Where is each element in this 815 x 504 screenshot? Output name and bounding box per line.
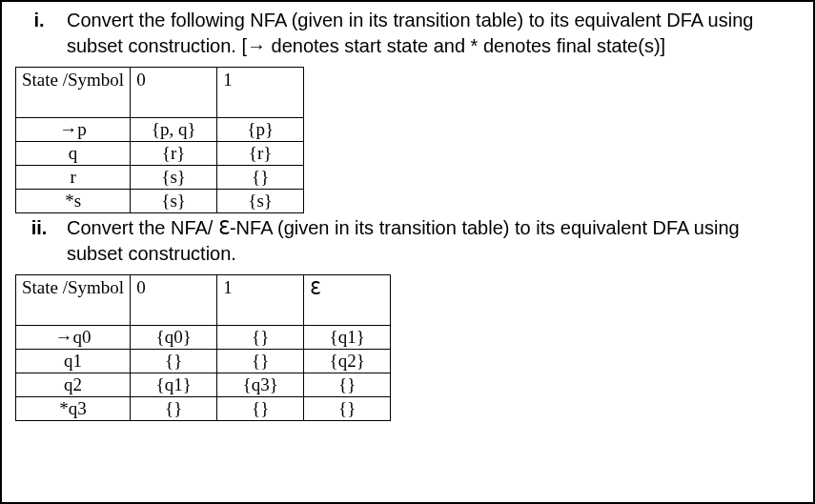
t1-r0-c0: {p, q}	[131, 118, 217, 142]
nfa-table-2: State /Symbol 0 1 Ɛ →q0 {q0} {} {q1} q1 …	[15, 274, 391, 421]
question-ii: ii. Convert the NFA/ Ɛ-NFA (given in its…	[11, 215, 804, 267]
t2-r0-ce: {q1}	[304, 326, 391, 350]
t2-r1-c1: {}	[217, 350, 304, 373]
t1-r1-c1: {r}	[217, 142, 304, 166]
t2-r2-c0: {q1}	[131, 373, 217, 397]
t2-r2-ce: {}	[304, 373, 391, 397]
page-inner: i. Convert the following NFA (given in i…	[2, 2, 813, 433]
t2-r1-state: q1	[16, 350, 131, 373]
t1-header-0: 0	[131, 68, 217, 118]
table-row: q2 {q1} {q3} {}	[16, 373, 391, 397]
t1-header-1: 1	[217, 68, 304, 118]
t2-header-1: 1	[217, 275, 304, 326]
question-ii-text: Convert the NFA/ Ɛ-NFA (given in its tra…	[67, 215, 804, 267]
t1-header-state: State /Symbol	[16, 68, 131, 118]
table-row: State /Symbol 0 1	[16, 68, 304, 118]
table-row: q {r} {r}	[16, 142, 304, 166]
t1-r2-c0: {s}	[131, 166, 217, 190]
t1-r3-state: *s	[16, 190, 131, 213]
table-row: →q0 {q0} {} {q1}	[16, 326, 391, 350]
t1-r3-c0: {s}	[131, 190, 217, 213]
t2-r1-ce: {q2}	[304, 350, 391, 373]
t2-r3-ce: {}	[304, 397, 391, 421]
page-frame: i. Convert the following NFA (given in i…	[0, 0, 815, 504]
t2-header-state: State /Symbol	[16, 275, 131, 326]
table-row: *q3 {} {} {}	[16, 397, 391, 421]
t1-r2-state: r	[16, 166, 131, 190]
t1-r1-state: q	[16, 142, 131, 166]
question-i-marker: i.	[11, 8, 67, 33]
table-row: r {s} {}	[16, 166, 304, 190]
t1-r0-c1: {p}	[217, 118, 304, 142]
t1-r2-c1: {}	[217, 166, 304, 190]
t2-r0-c0: {q0}	[131, 326, 217, 350]
table-row: State /Symbol 0 1 Ɛ	[16, 275, 391, 326]
t2-r0-c1: {}	[217, 326, 304, 350]
table-row: →p {p, q} {p}	[16, 118, 304, 142]
t1-r3-c1: {s}	[217, 190, 304, 213]
table-row: q1 {} {} {q2}	[16, 350, 391, 373]
t2-r3-c1: {}	[217, 397, 304, 421]
t2-r2-state: q2	[16, 373, 131, 397]
t2-header-eps: Ɛ	[304, 275, 391, 326]
question-i: i. Convert the following NFA (given in i…	[11, 8, 804, 59]
t2-r3-state: *q3	[16, 397, 131, 421]
t1-r1-c0: {r}	[131, 142, 217, 166]
t1-r0-state: →p	[16, 118, 131, 142]
question-ii-marker: ii.	[11, 215, 67, 241]
question-i-text: Convert the following NFA (given in its …	[67, 8, 804, 59]
t2-header-0: 0	[131, 275, 217, 326]
t2-r0-state: →q0	[16, 326, 131, 350]
t2-r1-c0: {}	[131, 350, 217, 373]
nfa-table-1: State /Symbol 0 1 →p {p, q} {p} q {r} {r…	[15, 67, 304, 213]
table-row: *s {s} {s}	[16, 190, 304, 213]
t2-r2-c1: {q3}	[217, 373, 304, 397]
t2-r3-c0: {}	[131, 397, 217, 421]
